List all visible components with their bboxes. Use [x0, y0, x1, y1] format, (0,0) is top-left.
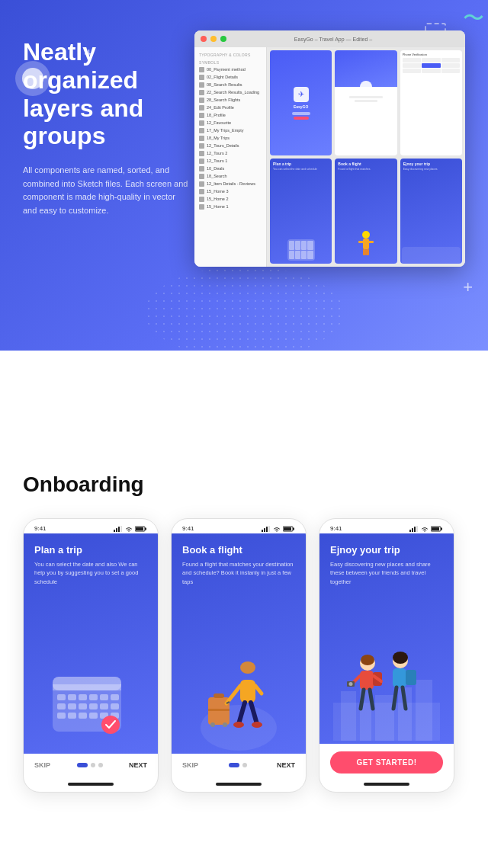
layer-item[interactable]: 00_Payment method	[194, 66, 266, 73]
hero-section: + + 〜 Neatly organized layers and groups…	[0, 0, 488, 351]
phone-get-started-area: GET STARTED!	[319, 744, 454, 780]
svg-rect-68	[375, 695, 394, 741]
dot-inactive	[98, 763, 103, 767]
svg-rect-26	[100, 703, 108, 709]
layer-icon	[199, 98, 204, 103]
layer-item[interactable]: 12_Tours 2	[194, 149, 266, 157]
svg-rect-70	[416, 680, 432, 741]
phone-skip-btn-2[interactable]: SKIP	[182, 761, 198, 769]
phone-body-1: Plan a trip You can select the date and …	[24, 533, 158, 780]
layer-item[interactable]: 12_Tours 1	[194, 157, 266, 165]
phone-screen-title-1: Plan a trip	[34, 544, 147, 556]
sketch-screen-plan-trip: Plan a trip You can select the date and …	[270, 159, 332, 264]
layer-item[interactable]: 15_Home 1	[194, 203, 266, 210]
phone-skip-btn-1[interactable]: SKIP	[34, 761, 50, 769]
svg-rect-36	[264, 528, 265, 532]
sketch-section-label: Typography & Colors	[194, 50, 266, 58]
sketch-layers-panel[interactable]: Typography & Colors Symbols 00_Payment m…	[194, 47, 267, 267]
svg-rect-28	[57, 713, 66, 719]
svg-point-56	[240, 661, 255, 674]
layer-item[interactable]: 18_Search	[194, 172, 266, 180]
layer-item[interactable]: 12_Tours_Details	[194, 142, 266, 149]
dot-active	[229, 763, 239, 767]
layer-item[interactable]: 10_Deals	[194, 165, 266, 172]
svg-point-34	[101, 716, 120, 734]
svg-rect-15	[53, 684, 121, 690]
svg-rect-2	[358, 241, 364, 243]
svg-line-51	[255, 686, 262, 693]
layer-item[interactable]: 15_Home 3	[194, 187, 266, 195]
layer-item[interactable]: 12_Item Details - Reviews	[194, 180, 266, 187]
phone-plan-trip: 9:41	[23, 518, 159, 793]
svg-rect-9	[120, 526, 122, 532]
get-started-button[interactable]: GET STARTED!	[330, 751, 443, 774]
layer-icon	[199, 166, 204, 171]
phone-status-icons-3	[409, 526, 443, 532]
wifi-icon	[273, 526, 281, 532]
sketch-titlebar: EasyGo – Travel App — Edited –	[194, 30, 465, 47]
dot-inactive	[91, 763, 95, 767]
phone-status-icons-2	[262, 526, 295, 532]
svg-rect-24	[79, 703, 87, 709]
layer-item[interactable]: 02_Flight Details	[194, 73, 266, 81]
phone-time-3: 9:41	[330, 525, 342, 532]
layer-item[interactable]: 18_Profile	[194, 111, 266, 119]
person-luggage-illustration	[193, 652, 284, 751]
layer-item[interactable]: 18_My Trips	[194, 134, 266, 142]
svg-rect-29	[68, 713, 76, 719]
svg-rect-22	[57, 703, 66, 709]
sketch-close-button[interactable]	[201, 36, 207, 42]
hero-content: Neatly organized layers and groups All c…	[0, 30, 488, 274]
hero-squiggle-decoration: 〜	[463, 4, 484, 33]
layer-icon	[199, 174, 204, 179]
battery-icon	[283, 526, 295, 532]
hero-dots-decoration	[145, 267, 343, 351]
svg-rect-5	[366, 249, 369, 255]
svg-rect-49	[240, 680, 255, 703]
layer-item[interactable]: 12_Favourite	[194, 119, 266, 127]
phone-next-btn-2[interactable]: NEXT	[277, 761, 295, 769]
layer-icon	[199, 82, 204, 88]
home-indicator-1	[68, 783, 114, 786]
phone-screen-desc-3: Easy discovering new places and share th…	[330, 560, 443, 586]
signal-icon	[114, 526, 123, 532]
phone-footer-1: SKIP NEXT	[24, 754, 158, 780]
phone-body-3: Ejnoy your trip Easy discovering new pla…	[319, 533, 454, 780]
layer-item[interactable]: 15_Home 2	[194, 195, 266, 203]
layer-icon	[199, 105, 204, 111]
svg-point-54	[233, 722, 244, 728]
svg-point-55	[252, 722, 262, 728]
svg-point-79	[349, 682, 353, 686]
svg-rect-25	[89, 703, 98, 709]
phone-statusbar-2: 9:41	[172, 519, 306, 533]
hero-plus-decoration-2: +	[463, 277, 473, 297]
signal-icon	[409, 526, 419, 532]
svg-rect-82	[406, 670, 416, 685]
svg-rect-11	[145, 527, 146, 530]
svg-rect-4	[363, 249, 366, 255]
svg-rect-16	[57, 694, 66, 700]
phone-screen-desc-2: Found a flight that matches your destina…	[182, 560, 295, 586]
phone-next-btn-1[interactable]: NEXT	[129, 761, 147, 769]
layer-icon	[199, 75, 204, 80]
layer-item[interactable]: 24_Edit Profile	[194, 104, 266, 111]
svg-rect-63	[441, 527, 442, 530]
layer-item[interactable]: 22_Search Results_Loading	[194, 88, 266, 96]
layer-item[interactable]: 17_My Trips_Empty	[194, 127, 266, 134]
hero-text-block: Neatly organized layers and groups All c…	[23, 30, 191, 218]
hero-title: Neatly organized layers and groups	[23, 38, 191, 150]
phone-screen-2: Book a flight Found a flight that matche…	[172, 533, 306, 754]
svg-rect-20	[100, 694, 108, 700]
layer-item[interactable]: 28_Search Flights	[194, 96, 266, 104]
svg-rect-31	[89, 713, 98, 719]
sketch-screen-book-flight: Book a flight Found a flight that matche…	[335, 159, 396, 264]
home-indicator-2	[216, 783, 262, 786]
sketch-canvas: ✈ EasyGO	[267, 47, 465, 267]
sketch-screen-easygo: ✈ EasyGO	[270, 50, 332, 155]
phone-time-1: 9:41	[34, 525, 47, 532]
layer-item[interactable]: 08_Search Results	[194, 81, 266, 88]
svg-rect-30	[79, 713, 87, 719]
svg-rect-37	[266, 527, 268, 532]
svg-rect-8	[118, 527, 120, 532]
layer-icon	[199, 151, 204, 156]
